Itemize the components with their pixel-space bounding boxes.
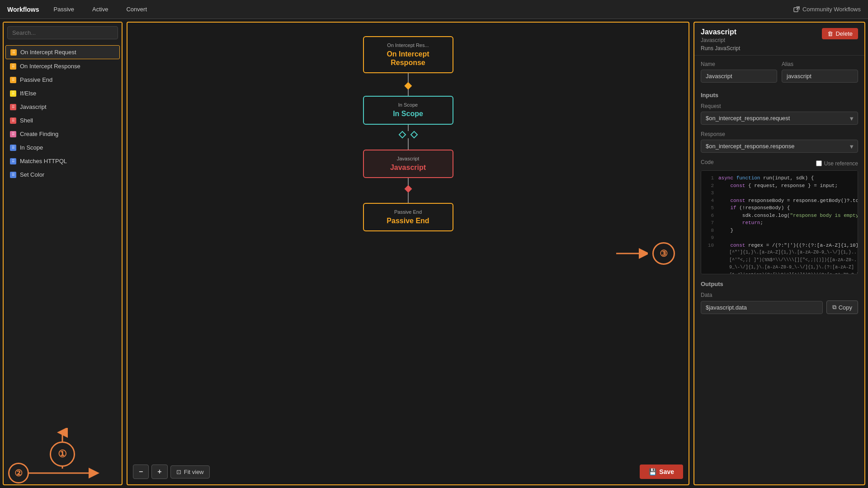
outputs-section: Outputs Data ⧉ Copy: [701, 281, 858, 314]
name-input[interactable]: [701, 70, 777, 83]
sidebar-item-create-finding[interactable]: ⠿ Create Finding: [5, 127, 120, 141]
brand-logo: Workflows: [7, 6, 39, 13]
response-field-group: Response $on_intercept_response.response…: [701, 131, 858, 153]
alias-field-group: Alias: [782, 61, 858, 83]
node-in-scope-title: In Scope: [373, 102, 443, 108]
sidebar-item-javascript[interactable]: ⠿ Javascript: [5, 100, 120, 113]
sidebar-label-create-finding: Create Finding: [20, 131, 58, 137]
response-select[interactable]: $on_intercept_response.response: [701, 140, 858, 153]
annotation-arrow-right-2: [612, 247, 648, 260]
connector-2: [400, 125, 417, 150]
node-on-intercept-response[interactable]: On Intercept Res... On InterceptResponse: [363, 36, 453, 73]
request-field-group: Request $on_intercept_response.request ▼: [701, 103, 858, 125]
use-reference-checkbox[interactable]: [816, 160, 822, 166]
top-nav: Workflows Passive Active Convert Communi…: [0, 0, 868, 19]
save-button[interactable]: 💾 Save: [640, 465, 683, 479]
sidebar-label-on-intercept-response: On Intercept Response: [20, 63, 80, 70]
sidebar-list: ⠿ On Intercept Request ⠿ On Intercept Re…: [4, 43, 122, 394]
sidebar-icon-set-color: ⠿: [10, 172, 16, 178]
response-select-wrapper: $on_intercept_response.response ▼: [701, 140, 858, 153]
node-in-scope[interactable]: In Scope In Scope: [363, 96, 453, 124]
data-output-input[interactable]: [701, 301, 823, 314]
node-passive-end[interactable]: Passive End Passive End: [363, 203, 453, 231]
sidebar-item-on-intercept-response[interactable]: ⠿ On Intercept Response: [5, 60, 120, 73]
sidebar-item-in-scope[interactable]: ⠿ In Scope: [5, 141, 120, 154]
node-passive-end-label: Passive End: [373, 216, 443, 225]
right-panel-body: Name Alias Inputs Request $on_intercept_…: [694, 56, 864, 484]
sidebar-label-javascript: Javascript: [20, 103, 47, 110]
sidebar-label-shell: Shell: [20, 117, 33, 124]
zoom-out-button[interactable]: −: [133, 465, 149, 479]
sidebar: ⠿ On Intercept Request ⠿ On Intercept Re…: [3, 22, 123, 485]
community-workflows-link[interactable]: Community Workflows: [793, 6, 861, 13]
nav-passive[interactable]: Passive: [50, 4, 78, 14]
sidebar-label-on-intercept-request: On Intercept Request: [20, 49, 76, 56]
sidebar-label-in-scope: In Scope: [20, 144, 43, 151]
sidebar-icon-matches-httpql: ⠿: [10, 158, 16, 164]
copy-button[interactable]: ⧉ Copy: [826, 300, 858, 314]
right-panel-header: Javascript Javascript Runs JavaScript 🗑 …: [694, 23, 864, 56]
sidebar-search-area: [4, 23, 122, 43]
sidebar-item-matches-httpql[interactable]: ⠿ Matches HTTPQL: [5, 155, 120, 168]
response-label: Response: [701, 131, 858, 137]
delete-button[interactable]: 🗑 Delete: [822, 28, 858, 39]
sidebar-icon-javascript: ⠿: [10, 104, 16, 110]
delete-icon: 🗑: [827, 30, 833, 37]
request-select-wrapper: $on_intercept_response.request ▼: [701, 112, 858, 125]
right-panel-title: Javascript: [701, 28, 740, 36]
sidebar-item-shell[interactable]: ⠿ Shell: [5, 114, 120, 127]
sidebar-icon-create-finding: ⠿: [10, 131, 16, 137]
sidebar-item-on-intercept-request[interactable]: ⠿ On Intercept Request: [5, 45, 120, 59]
sidebar-label-ifelse: If/Else: [20, 90, 36, 97]
name-field-group: Name: [701, 61, 777, 83]
external-link-icon: [793, 6, 800, 13]
sidebar-item-passive-end[interactable]: ⠿ Passive End: [5, 73, 120, 86]
code-editor[interactable]: 1async function run(input, sdk) { 2 cons…: [701, 170, 858, 274]
alias-input[interactable]: [782, 70, 858, 83]
canvas-toolbar: − + ⊡ Fit view: [133, 465, 210, 479]
fit-view-button[interactable]: ⊡ Fit view: [170, 465, 210, 479]
code-header: Code Use reference: [701, 159, 858, 168]
node-javascript-label: Javascript: [373, 163, 443, 172]
sidebar-item-set-color[interactable]: ⠿ Set Color: [5, 168, 120, 181]
fit-view-icon: ⊡: [176, 469, 181, 475]
zoom-out-icon: −: [139, 468, 143, 476]
inputs-section-header: Inputs: [701, 92, 858, 99]
zoom-in-icon: +: [157, 468, 161, 476]
right-panel: Javascript Javascript Runs JavaScript 🗑 …: [693, 22, 865, 485]
sidebar-item-ifelse[interactable]: ⠿ If/Else: [5, 87, 120, 100]
right-panel-description: Runs JavaScript: [701, 45, 740, 52]
zoom-in-button[interactable]: +: [151, 465, 167, 479]
output-row: ⧉ Copy: [701, 300, 858, 314]
right-panel-subtitle: Javascript: [701, 37, 740, 43]
node-in-scope-label: In Scope: [373, 109, 443, 118]
sidebar-icon-shell: ⠿: [10, 117, 16, 124]
node-on-intercept-response-title: On Intercept Res...: [373, 42, 443, 48]
sidebar-icon-on-intercept-request: ⠿: [10, 49, 17, 56]
copy-icon: ⧉: [832, 304, 836, 311]
use-reference-label: Use reference: [816, 160, 858, 167]
right-panel-info: Javascript Javascript Runs JavaScript: [701, 28, 740, 52]
sidebar-label-matches-httpql: Matches HTTPQL: [20, 158, 67, 164]
connector-3: [406, 178, 411, 203]
data-output-label: Data: [701, 292, 858, 298]
request-select[interactable]: $on_intercept_response.request: [701, 112, 858, 125]
node-on-intercept-response-label: On InterceptResponse: [373, 50, 443, 67]
outputs-section-header: Outputs: [701, 281, 858, 287]
nav-convert[interactable]: Convert: [123, 4, 151, 14]
search-input[interactable]: [7, 26, 118, 39]
name-label: Name: [701, 61, 777, 67]
name-alias-row: Name Alias: [701, 61, 858, 89]
sidebar-label-passive-end: Passive End: [20, 76, 52, 83]
sidebar-icon-passive-end: ⠿: [10, 77, 16, 83]
node-passive-end-title: Passive End: [373, 209, 443, 215]
node-javascript[interactable]: Javascript Javascript: [363, 150, 453, 178]
code-label: Code: [701, 159, 714, 165]
connector-1: [406, 73, 411, 96]
canvas[interactable]: On Intercept Res... On InterceptResponse…: [127, 22, 689, 485]
sidebar-icon-on-intercept-response: ⠿: [10, 63, 16, 70]
alias-label: Alias: [782, 61, 858, 67]
sidebar-label-set-color: Set Color: [20, 171, 44, 178]
node-javascript-title: Javascript: [373, 156, 443, 161]
nav-active[interactable]: Active: [89, 4, 112, 14]
